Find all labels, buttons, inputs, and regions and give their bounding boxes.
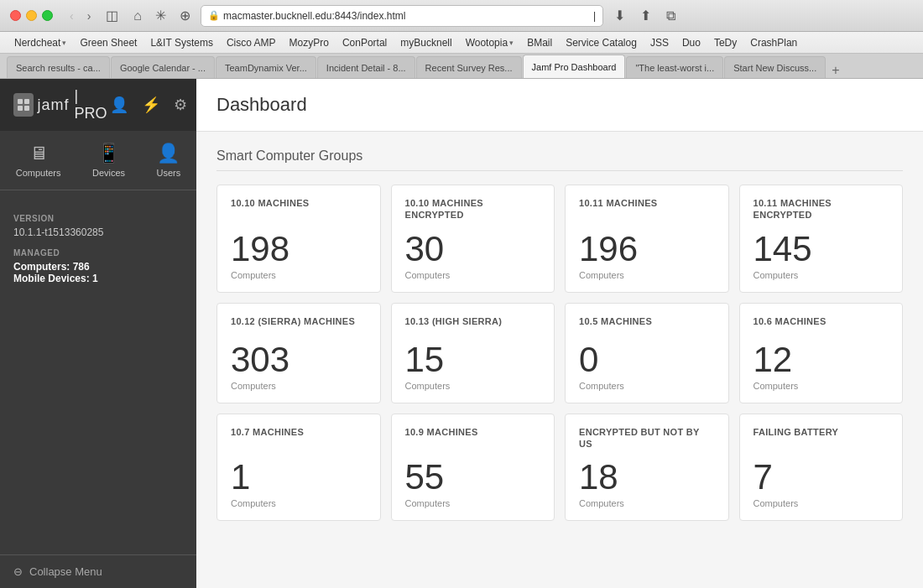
share-button[interactable]: ⬆ [636, 6, 655, 25]
bookmarks-bar: Nerdcheat ▾ Green Sheet L&IT Systems Cis… [0, 32, 923, 54]
sidebar-toggle-button[interactable]: ◫ [101, 6, 123, 25]
bookmark-nerdcheat[interactable]: Nerdcheat ▾ [8, 35, 72, 50]
back-button[interactable]: ‹ [66, 8, 77, 24]
bookmark-duo[interactable]: Duo [676, 35, 707, 50]
tab-recent-survey[interactable]: Recent Survey Res... [416, 56, 522, 78]
maximize-window-button[interactable] [42, 10, 53, 21]
browser-titlebar: ‹ › ◫ ⌂ ✳ ⊕ 🔒 macmaster.bucknell.edu:844… [0, 0, 923, 32]
fullscreen-button[interactable]: ⧉ [662, 7, 680, 25]
computers-icon: 🖥 [29, 143, 48, 164]
close-window-button[interactable] [10, 10, 21, 21]
card-label: 10.7 MACHINES [231, 426, 367, 438]
card-sublabel: Computers [579, 381, 715, 391]
collapse-icon: ⊖ [13, 565, 23, 578]
card-sublabel: Computers [231, 270, 367, 280]
bookmark-green-sheet[interactable]: Green Sheet [74, 35, 143, 50]
card-label: 10.10 MACHINES ENCRYPTED [405, 197, 541, 221]
version-label: VERSION [13, 214, 183, 223]
download-button[interactable]: ⬇ [610, 6, 629, 25]
jamf-logo: jamf | PRO [13, 87, 110, 122]
content-area: Smart Computer Groups 10.10 MACHINES 198… [196, 132, 923, 548]
bookmark-cisco[interactable]: Cisco AMP [221, 35, 282, 50]
collapse-menu-button[interactable]: ⊖ Collapse Menu [0, 554, 196, 588]
card-number: 196 [579, 232, 715, 267]
bookmark-tedy[interactable]: TeDy [708, 35, 743, 50]
bookmark-conportal[interactable]: ConPortal [336, 35, 393, 50]
card-number: 1 [231, 460, 367, 495]
url-bar[interactable]: 🔒 macmaster.bucknell.edu:8443/index.html… [201, 5, 603, 27]
extension-button-2[interactable]: ⊕ [176, 6, 194, 25]
bookmark-wootopia[interactable]: Wootopia ▾ [460, 35, 519, 50]
users-icon: 👤 [157, 143, 180, 164]
tab-jamf-dashboard[interactable]: Jamf Pro Dashboard [523, 55, 626, 78]
main-header: Dashboard [196, 79, 923, 132]
card-label: 10.11 MACHINES [579, 197, 715, 209]
forward-button[interactable]: › [84, 8, 95, 24]
card-10-10-machines-encrypted[interactable]: 10.10 MACHINES ENCRYPTED 30 Computers [391, 185, 555, 293]
svg-rect-2 [18, 106, 23, 111]
card-10-9-machines[interactable]: 10.9 MACHINES 55 Computers [391, 414, 555, 522]
collapse-label: Collapse Menu [29, 565, 102, 578]
card-sublabel: Computers [231, 381, 367, 391]
card-number: 12 [754, 342, 889, 377]
pro-wordmark: | PRO [74, 87, 110, 122]
main-content: Dashboard Smart Computer Groups 10.10 MA… [196, 79, 923, 588]
card-label: 10.10 MACHINES [231, 197, 367, 209]
managed-label: MANAGED [13, 248, 183, 258]
section-title: Smart Computer Groups [216, 148, 903, 171]
card-sublabel: Computers [405, 270, 541, 280]
sidebar-info: VERSION 10.1.1-t1513360285 MANAGED Compu… [0, 190, 196, 554]
card-number: 7 [754, 460, 889, 495]
card-number: 198 [231, 232, 367, 267]
card-number: 18 [579, 460, 715, 495]
bookmark-crashplan[interactable]: CrashPlan [744, 35, 803, 50]
card-10-12-sierra[interactable]: 10.12 (SIERRA) MACHINES 303 Computers [216, 303, 381, 403]
lightning-icon[interactable]: ⚡ [142, 96, 160, 114]
card-number: 30 [405, 232, 541, 267]
card-label: 10.6 MACHINES [754, 315, 889, 327]
card-10-6-machines[interactable]: 10.6 MACHINES 12 Computers [739, 303, 904, 403]
tab-google-calendar[interactable]: Google Calendar - ... [111, 56, 215, 78]
tab-incident-detail[interactable]: Incident Detail - 8... [317, 56, 415, 78]
card-10-7-machines[interactable]: 10.7 MACHINES 1 Computers [216, 414, 381, 522]
browser-tabs: Search results - ca... Google Calendar -… [0, 54, 923, 79]
window-controls [10, 10, 53, 21]
home-button[interactable]: ⌂ [130, 7, 145, 25]
card-sublabel: Computers [231, 498, 367, 508]
card-10-5-machines[interactable]: 10.5 MACHINES 0 Computers [565, 303, 729, 403]
card-encrypted-not-by-us[interactable]: ENCRYPTED BUT NOT BY US 18 Computers [565, 414, 729, 522]
card-failing-battery[interactable]: FAILING BATTERY 7 Computers [739, 414, 904, 522]
card-10-13-high-sierra[interactable]: 10.13 (HIGH SIERRA) 15 Computers [391, 303, 555, 403]
new-tab-button[interactable]: + [827, 63, 844, 78]
card-label: 10.11 MACHINES ENCRYPTED [754, 197, 889, 221]
card-number: 15 [405, 342, 541, 377]
sidebar-item-computers[interactable]: 🖥 Computers [6, 138, 71, 183]
cursor-icon: | [593, 10, 596, 22]
tab-start-new-discuss[interactable]: Start New Discuss... [724, 56, 826, 78]
bookmark-lait[interactable]: L&IT Systems [144, 35, 218, 50]
card-10-11-machines-encrypted[interactable]: 10.11 MACHINES ENCRYPTED 145 Computers [739, 185, 904, 293]
sidebar-item-users[interactable]: 👤 Users [147, 138, 191, 183]
card-10-10-machines[interactable]: 10.10 MACHINES 198 Computers [216, 185, 381, 293]
bookmark-service-catalog[interactable]: Service Catalog [560, 35, 643, 50]
extension-button[interactable]: ✳ [152, 6, 169, 25]
card-number: 145 [754, 232, 889, 267]
tab-least-worst[interactable]: "The least-worst i... [626, 56, 723, 78]
user-icon[interactable]: 👤 [110, 96, 128, 114]
sidebar-item-devices[interactable]: 📱 Devices [82, 138, 135, 183]
bookmark-mozypro[interactable]: MozyPro [284, 35, 335, 50]
card-number: 55 [405, 460, 541, 495]
card-label: FAILING BATTERY [754, 426, 889, 438]
settings-icon[interactable]: ⚙ [174, 96, 187, 114]
tab-teamdynamix[interactable]: TeamDynamix Ver... [216, 56, 316, 78]
bookmark-mybucknell[interactable]: myBucknell [394, 35, 457, 50]
card-number: 0 [579, 342, 715, 377]
mobile-managed: Mobile Devices: 1 [13, 273, 183, 284]
card-10-11-machines[interactable]: 10.11 MACHINES 196 Computers [565, 185, 729, 293]
minimize-window-button[interactable] [26, 10, 37, 21]
card-label: 10.13 (HIGH SIERRA) [405, 315, 541, 327]
bookmark-bmail[interactable]: BMail [521, 35, 558, 50]
bookmark-jss[interactable]: JSS [644, 35, 675, 50]
version-value: 10.1.1-t1513360285 [13, 226, 183, 238]
tab-search-results[interactable]: Search results - ca... [7, 56, 110, 78]
